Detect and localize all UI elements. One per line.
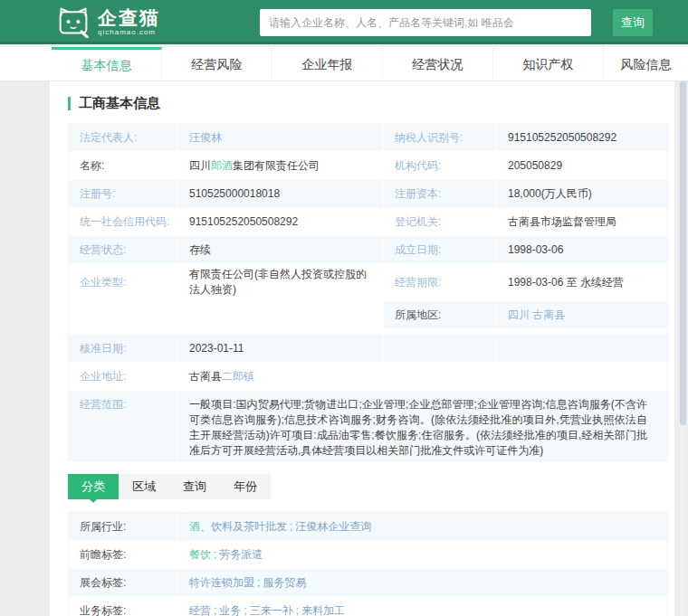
search-input[interactable] — [260, 9, 591, 36]
region-link[interactable]: 四川 古蔺县 — [508, 308, 565, 323]
content-card: 工商基本信息 法定代表人: 汪俊林 纳税人识别号: 91510525205050… — [50, 81, 674, 616]
app-header: 企查猫 qichamao.com 查询 — [0, 0, 688, 44]
exhibition-tag-link[interactable]: 特许连锁加盟 — [189, 575, 254, 591]
label-operating-status: 经营状态: — [69, 236, 177, 263]
company-name-prefix: 四川 — [189, 158, 211, 174]
subtab-region-label: 区域 — [132, 479, 156, 493]
label-registered-capital: 注册资本: — [384, 180, 496, 207]
label-approval-date: 核准日期: — [69, 335, 177, 362]
company-name-keyword: 郎酒 — [211, 158, 233, 174]
tab-risk-info[interactable]: 风险信息 — [604, 47, 688, 81]
logo-cat-icon — [56, 5, 91, 38]
tab-intellectual-property[interactable]: 知识产权 — [493, 47, 604, 81]
business-tag-link[interactable]: 经营 — [189, 603, 211, 616]
value-registered-capital: 18,000(万人民币) — [497, 180, 667, 207]
label-company-type: 企业类型: — [69, 264, 177, 300]
business-scope-text: 一般项目:国内贸易代理;货物进出口;企业管理;企业总部管理;企业管理咨询;信息咨… — [189, 397, 660, 459]
foresight-tag-link[interactable]: 劳务派遣 — [219, 547, 263, 563]
value-company-type: 有限责任公司(非自然人投资或控股的法人独资) — [178, 264, 383, 300]
value-business-term: 1998-03-06 至 永续经营 — [497, 264, 667, 300]
exhibition-tag-link[interactable]: 服务贸易 — [263, 575, 306, 591]
value-region: 四川 古蔺县 — [497, 301, 667, 328]
label-company-address: 企业地址: — [69, 363, 177, 390]
value-credit-code: 915105252050508292 — [178, 208, 383, 235]
active-subtab-caret-icon — [90, 499, 97, 503]
company-name-suffix: 集团有限责任公司 — [233, 158, 320, 174]
tag-filter-tabs: 分类 区域 查询 年份 — [68, 474, 271, 499]
subtab-region[interactable]: 区域 — [119, 474, 169, 499]
label-business-scope: 经营范围: — [69, 391, 177, 460]
logo-title: 企查猫 — [98, 8, 160, 28]
value-company-name: 四川郎酒集团有限责任公司 — [178, 152, 383, 179]
tag-table: 所属行业: 酒、饮料及茶叶批发;汪俊林企业查询 前瞻标签: 餐饮;劳务派遣 展会… — [68, 512, 668, 616]
separator: ; — [296, 603, 299, 616]
label-establish-date: 成立日期: — [384, 236, 496, 263]
empty-cell — [69, 301, 177, 328]
empty-cell — [178, 301, 383, 328]
separator: ; — [257, 575, 260, 591]
tab-basic-info[interactable]: 基本信息 — [52, 47, 162, 81]
label-exhibition-tags: 展会标签: — [69, 569, 177, 596]
section-title: 工商基本信息 — [68, 95, 674, 112]
label-region: 所属地区: — [384, 301, 496, 328]
industry-link[interactable]: 、饮料及茶叶批发 — [200, 519, 287, 535]
business-tag-link[interactable]: 三来一补 — [250, 603, 293, 616]
value-business-tags: 经营;业务;三来一补;来料加工 — [178, 597, 667, 616]
label-registration-authority: 登记机关: — [384, 208, 496, 235]
town-link[interactable]: 二郎镇 — [222, 369, 254, 384]
subtab-category-label: 分类 — [81, 479, 105, 493]
subtab-category[interactable]: 分类 — [68, 474, 119, 499]
subtab-year[interactable]: 年份 — [220, 474, 271, 499]
label-company-name: 名称: — [69, 152, 177, 179]
label-business-term: 经营期限: — [384, 264, 496, 300]
legal-representative-link[interactable]: 汪俊林 — [189, 130, 222, 146]
value-exhibition-tags: 特许连锁加盟;服务贸易 — [178, 569, 667, 596]
value-industry: 酒、饮料及茶叶批发;汪俊林企业查询 — [178, 513, 667, 540]
business-tag-link[interactable]: 业务 — [219, 603, 241, 616]
value-registration-authority: 古蔺县市场监督管理局 — [497, 208, 667, 235]
industry-person-link[interactable]: 汪俊林企业查询 — [295, 519, 371, 535]
value-establish-date: 1998-03-06 — [497, 236, 667, 263]
business-tag-link[interactable]: 来料加工 — [301, 603, 345, 616]
label-credit-code: 统一社会信用代码: — [69, 208, 177, 235]
value-business-scope: 一般项目:国内贸易代理;货物进出口;企业管理;企业总部管理;企业管理咨询;信息咨… — [178, 391, 667, 460]
subtab-query[interactable]: 查询 — [169, 474, 220, 499]
value-foresight-tags: 餐饮;劳务派遣 — [178, 541, 667, 568]
label-taxpayer-id: 纳税人识别号: — [384, 124, 496, 151]
search-bar: 查询 — [260, 9, 653, 36]
label-org-code: 机构代码: — [384, 152, 496, 179]
foresight-keyword: 餐饮 — [189, 547, 211, 563]
tab-annual-report[interactable]: 企业年报 — [272, 47, 383, 81]
title-accent-bar — [68, 97, 71, 110]
separator: ; — [290, 519, 292, 535]
business-info-table: 法定代表人: 汪俊林 纳税人识别号: 915105252050508292 名称… — [68, 123, 668, 461]
table-spacer — [69, 329, 667, 334]
value-approval-date: 2023-01-11 — [178, 335, 383, 362]
search-button[interactable]: 查询 — [613, 9, 653, 36]
primary-nav: 基本信息 经营风险 企业年报 经营状况 知识产权 风险信息 — [0, 47, 688, 81]
logo-subtitle: qichamao.com — [98, 28, 160, 36]
label-industry: 所属行业: — [69, 513, 177, 540]
tab-operating-status[interactable]: 经营状况 — [383, 47, 493, 81]
value-registration-number: 510525000018018 — [178, 180, 383, 207]
subtab-query-label: 查询 — [183, 479, 206, 493]
value-org-code: 205050829 — [497, 152, 667, 179]
value-taxpayer-id: 915105252050508292 — [497, 124, 667, 151]
separator: ; — [214, 547, 216, 563]
scrollbar-thumb[interactable] — [680, 81, 686, 425]
subtab-year-label: 年份 — [234, 479, 257, 493]
logo[interactable]: 企查猫 qichamao.com — [56, 5, 160, 38]
vertical-scrollbar[interactable] — [680, 81, 686, 616]
industry-keyword: 酒 — [189, 519, 200, 535]
value-operating-status: 存续 — [178, 236, 383, 263]
value-legal-representative: 汪俊林 — [178, 124, 383, 151]
label-registration-number: 注册号: — [69, 180, 177, 207]
label-legal-representative: 法定代表人: — [69, 124, 177, 151]
separator: ; — [214, 603, 216, 616]
tab-operating-risk[interactable]: 经营风险 — [162, 47, 272, 81]
separator: ; — [244, 603, 246, 616]
empty-cell — [384, 335, 496, 362]
label-business-tags: 业务标签: — [69, 597, 177, 616]
address-text: 古蔺县 — [189, 369, 222, 384]
section-title-text: 工商基本信息 — [79, 95, 160, 112]
